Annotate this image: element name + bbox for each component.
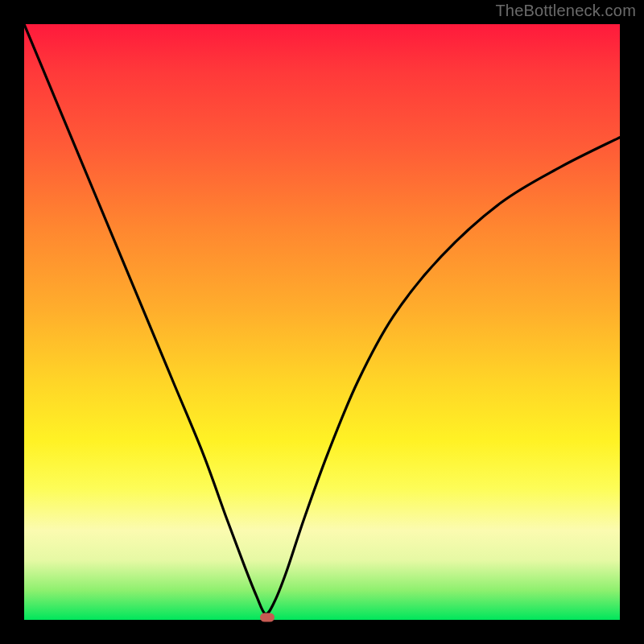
watermark-text: TheBottleneck.com (495, 2, 636, 20)
plot-area (24, 24, 620, 620)
minimum-marker (260, 613, 275, 622)
bottleneck-curve (24, 24, 620, 620)
chart-frame: TheBottleneck.com (0, 0, 644, 644)
